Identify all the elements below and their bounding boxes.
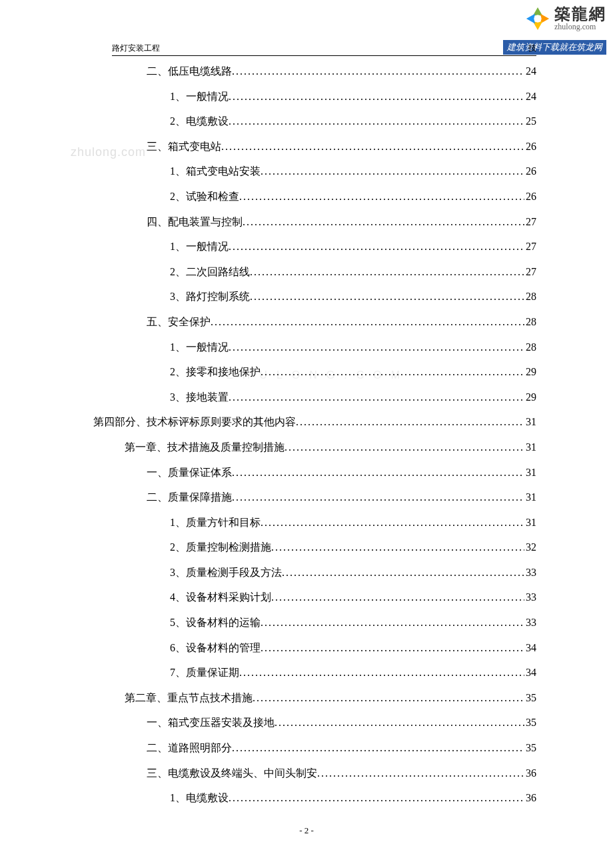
toc-label: 三、电缆敷设及终端头、中间头制安 — [147, 761, 317, 786]
toc-dots — [211, 309, 524, 335]
toc-label: 7、质量保证期 — [170, 660, 239, 685]
toc-page: 33 — [524, 560, 536, 585]
toc-dots — [232, 460, 524, 485]
toc-dots — [261, 510, 524, 535]
toc-entry: 4、设备材料采购计划33 — [93, 585, 536, 610]
toc-entry: 一、质量保证体系31 — [93, 460, 536, 485]
toc-entry: 一、箱式变压器安装及接地35 — [93, 710, 536, 735]
toc-dots — [229, 84, 524, 109]
toc-label: 二、质量保障措施 — [147, 485, 232, 510]
toc-dots — [250, 284, 524, 309]
toc-label: 1、质量方针和目标 — [170, 510, 261, 535]
page-header: 路灯安装工程 技 — [112, 43, 536, 56]
toc-entry: 3、接地装置29 — [93, 385, 536, 410]
toc-dots — [229, 234, 524, 259]
toc-label: 1、一般情况 — [170, 335, 229, 360]
toc-dots — [261, 635, 524, 661]
toc-page: 31 — [524, 409, 536, 435]
toc-entry: 3、质量检测手段及方法33 — [93, 560, 536, 585]
toc-label: 第一章、技术措施及质量控制措施 — [125, 435, 285, 460]
toc-dots — [221, 134, 524, 159]
toc-page: 28 — [524, 335, 536, 360]
toc-entry: 2、试验和检查26 — [93, 184, 536, 209]
toc-dots — [243, 209, 524, 235]
toc-page: 31 — [524, 485, 536, 510]
toc-label: 第二章、重点节点技术措施 — [125, 685, 253, 711]
toc-page: 24 — [524, 59, 536, 84]
toc-entry: 2、质量控制检测措施32 — [93, 535, 536, 560]
toc-page: 36 — [524, 761, 536, 786]
toc-page: 35 — [524, 685, 536, 711]
toc-dots — [239, 184, 524, 209]
toc-label: 2、电缆敷设 — [170, 109, 229, 134]
toc-page: 25 — [524, 109, 536, 134]
toc-page: 32 — [524, 535, 536, 560]
toc-label: 3、接地装置 — [170, 385, 229, 410]
toc-page: 24 — [524, 84, 536, 109]
toc-page: 36 — [524, 785, 536, 811]
toc-label: 三、箱式变电站 — [147, 134, 221, 159]
toc-entry: 二、道路照明部分35 — [93, 735, 536, 761]
toc-dots — [229, 785, 524, 811]
toc-label: 1、箱式变电站安装 — [170, 159, 261, 184]
toc-dots — [232, 485, 524, 510]
toc-label: 一、质量保证体系 — [147, 460, 232, 485]
toc-page: 27 — [524, 259, 536, 285]
toc-label: 1、电缆敷设 — [170, 785, 229, 811]
toc-page: 31 — [524, 460, 536, 485]
toc-dots — [261, 159, 524, 184]
toc-dots — [250, 259, 524, 285]
toc-entry: 第四部分、技术标评标原则要求的其他内容31 — [93, 409, 536, 435]
toc-dots — [229, 335, 524, 360]
toc-dots — [271, 535, 524, 560]
toc-dots — [261, 359, 524, 385]
toc-entry: 第一章、技术措施及质量控制措施31 — [93, 435, 536, 460]
toc-entry: 1、一般情况28 — [93, 335, 536, 360]
toc-entry: 二、质量保障措施31 — [93, 485, 536, 510]
toc-page: 26 — [524, 184, 536, 209]
toc-page: 29 — [524, 385, 536, 410]
toc-entry: 第二章、重点节点技术措施35 — [93, 685, 536, 711]
toc-page: 28 — [524, 309, 536, 335]
toc-entry: 2、电缆敷设25 — [93, 109, 536, 134]
toc-entry: 1、电缆敷设36 — [93, 785, 536, 811]
toc-dots — [253, 685, 524, 711]
toc-label: 第四部分、技术标评标原则要求的其他内容 — [93, 409, 296, 435]
toc-entry: 1、箱式变电站安装26 — [93, 159, 536, 184]
toc-entry: 三、箱式变电站26 — [93, 134, 536, 159]
toc-entry: 二、低压电缆线路24 — [93, 59, 536, 84]
toc-label: 2、接零和接地保护 — [170, 359, 261, 385]
toc-page: 33 — [524, 585, 536, 610]
header-left: 路灯安装工程 — [112, 43, 160, 54]
toc-entry: 2、二次回路结线27 — [93, 259, 536, 285]
toc-label: 1、一般情况 — [170, 84, 229, 109]
toc-page: 31 — [524, 510, 536, 535]
toc-page: 31 — [524, 435, 536, 460]
logo-en: zhulong.com — [554, 23, 606, 31]
header-right: 技 — [528, 43, 536, 54]
toc-label: 3、路灯控制系统 — [170, 284, 250, 309]
toc-label: 2、质量控制检测措施 — [170, 535, 271, 560]
toc-page: 27 — [524, 209, 536, 235]
toc-dots — [296, 409, 524, 435]
toc-entry: 三、电缆敷设及终端头、中间头制安36 — [93, 761, 536, 786]
toc-page: 35 — [524, 710, 536, 735]
logo-icon — [525, 6, 550, 31]
toc-dots — [285, 435, 524, 460]
toc-label: 5、设备材料的运输 — [170, 610, 261, 635]
toc-label: 四、配电装置与控制 — [147, 209, 243, 235]
toc-page: 27 — [524, 234, 536, 259]
toc-dots — [232, 59, 524, 84]
toc-dots — [282, 560, 524, 585]
toc-entry: 3、路灯控制系统28 — [93, 284, 536, 309]
toc-entry: 7、质量保证期34 — [93, 660, 536, 685]
toc-dots — [229, 385, 524, 410]
toc-entry: 四、配电装置与控制27 — [93, 209, 536, 235]
toc-dots — [261, 610, 524, 635]
toc-page: 33 — [524, 610, 536, 635]
toc-dots — [232, 735, 524, 761]
toc-label: 1、一般情况 — [170, 234, 229, 259]
logo-cn: 築龍網 — [554, 5, 606, 23]
toc-entry: 5、设备材料的运输33 — [93, 610, 536, 635]
toc-label: 2、试验和检查 — [170, 184, 239, 209]
